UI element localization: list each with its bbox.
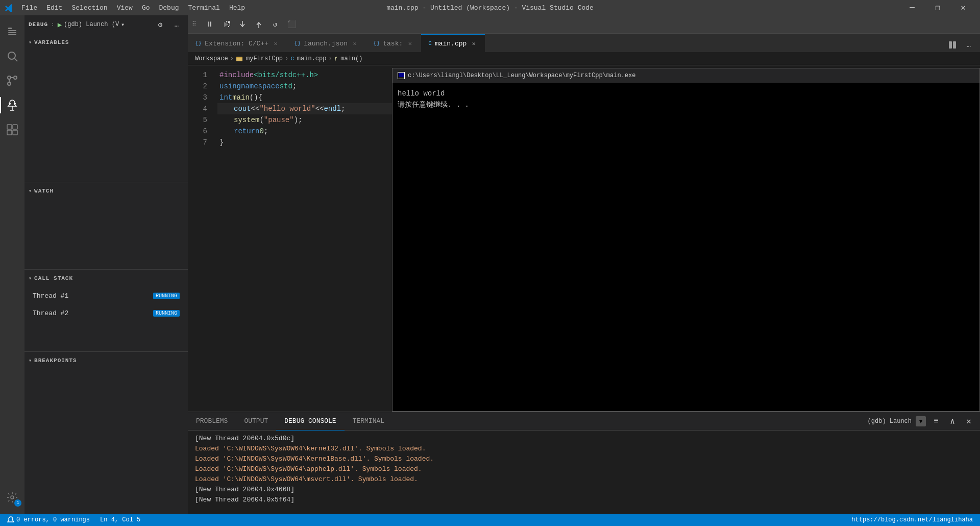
callstack-title: CALL STACK [34,275,73,281]
console-list-button[interactable]: ≡ [930,415,942,427]
breadcrumb-file-icon: C [290,56,294,62]
tab-0-close[interactable]: ✕ [272,39,280,47]
tab-main-cpp[interactable]: C main.cpp ✕ [421,34,485,52]
gdb-launch-label: (gdb) Launch [868,418,912,425]
thread-1-status: RUNNING [153,293,180,299]
stop-button[interactable]: ⬛ [284,17,299,32]
menu-debug[interactable]: Debug [155,3,183,13]
tab-icon: {} [373,40,380,46]
callstack-chevron: ▾ [29,275,32,281]
notification-badge: 1 [14,499,21,507]
svg-point-8 [8,82,11,85]
tab-3-close[interactable]: ✕ [470,39,478,47]
menu-file[interactable]: File [17,3,41,13]
main-layout: 1 DEBUG : ▶ (gdb) Launch (V ▾ ⚙ … ▾ VARI… [0,15,980,514]
activity-settings[interactable]: 1 [0,485,24,510]
editor-layout-button[interactable] [945,38,960,52]
watch-header[interactable]: ▾ WATCH [24,182,188,200]
system-func: system [234,114,259,126]
menu-help[interactable]: Help [225,3,249,13]
debug-panel-header: DEBUG : ▶ (gdb) Launch (V ▾ ⚙ … [24,15,188,34]
menu-view[interactable]: View [113,3,137,13]
console-line-6: [New Thread 20604.0x4668] [195,485,973,495]
minimize-button[interactable]: — [900,0,924,15]
tab-terminal[interactable]: TERMINAL [345,412,393,431]
breadcrumb-sep-3: › [328,55,332,62]
svg-rect-14 [13,125,17,129]
tab-problems[interactable]: PROBLEMS [188,412,236,431]
breadcrumb-maincpp[interactable]: C main.cpp [290,55,326,62]
toolbar-drag-handle[interactable]: ⠿ [192,20,197,28]
svg-point-6 [8,76,11,79]
debug-status-item[interactable]: 0 errors, 0 warnings [5,514,92,526]
ln-col-status[interactable]: Ln 4, Col 5 [98,514,142,526]
svg-rect-16 [13,130,17,135]
tab-2-close[interactable]: ✕ [406,39,414,47]
status-right: https://blog.csdn.net/lianglihaha [849,514,975,526]
console-dropdown[interactable]: ▾ [916,416,926,426]
thread-1-item[interactable]: Thread #1 RUNNING [24,287,188,304]
tab-task[interactable]: {} task: ✕ [366,34,421,52]
return-keyword: return [234,126,259,137]
sidebar: DEBUG : ▶ (gdb) Launch (V ▾ ⚙ … ▾ VARIAB… [24,15,188,514]
maximize-button[interactable]: ❐ [926,0,949,15]
step-into-button[interactable] [235,17,250,32]
tab-output[interactable]: OUTPUT [236,412,276,431]
breadcrumb-workspace[interactable]: Workspace [195,55,228,62]
blog-link-status[interactable]: https://blog.csdn.net/lianglihaha [849,514,975,526]
debug-settings-button[interactable]: ⚙ [153,17,167,32]
pause-string: "pause" [264,114,294,126]
tab-icon: {} [294,40,301,46]
breakpoints-content [24,369,188,514]
watch-chevron: ▾ [29,188,32,194]
restart-button[interactable]: ↺ [268,17,282,32]
thread-2-status: RUNNING [153,310,180,317]
terminal-window: c:\Users\liangl\Desktop\LL_Leung\Workspa… [392,68,980,412]
breadcrumb-func-icon: ƒ [334,56,338,62]
svg-rect-13 [7,125,12,129]
svg-point-7 [14,76,17,79]
panel-close-button[interactable]: ✕ [963,415,975,427]
using-keyword: using [219,81,241,92]
debug-config[interactable]: ▶ (gdb) Launch (V ▾ [58,20,125,29]
pause-button[interactable]: ⏸ [203,17,217,32]
panel-tab-right: (gdb) Launch ▾ ≡ ∧ ✕ [868,415,980,427]
cout-var: cout [234,103,251,114]
step-over-button[interactable] [219,17,233,32]
tab-icon: {} [195,40,202,46]
debug-more-button[interactable]: … [169,17,184,32]
breadcrumb-myfirstcpp[interactable]: myFirstCpp [236,55,283,62]
std-name: std [280,81,292,92]
editor-more-button[interactable]: … [962,38,976,52]
activity-explorer[interactable] [0,19,24,44]
tab-1-close[interactable]: ✕ [351,39,359,47]
status-left: 0 errors, 0 warnings Ln 4, Col 5 [5,514,142,526]
menu-terminal[interactable]: Terminal [184,3,224,13]
activity-search[interactable] [0,44,24,68]
breadcrumb-main-func[interactable]: ƒ main() [334,55,363,62]
variables-header[interactable]: ▾ VARIABLES [24,34,188,51]
terminal-window-icon [398,72,405,79]
console-line-2: Loaded 'C:\WINDOWS\SysWOW64\kernel32.dll… [195,444,973,454]
thread-2-item[interactable]: Thread #2 RUNNING [24,304,188,322]
tab-extension-cpp[interactable]: {} Extension: C/C++ ✕ [188,34,287,52]
editor-pane[interactable]: 1 2 3 4 5 6 7 #include <bits/stdc++.h> u… [188,65,980,412]
activity-extensions[interactable] [0,117,24,142]
svg-rect-15 [7,130,12,135]
panel-collapse-button[interactable]: ∧ [946,415,959,427]
terminal-line-1: hello world [398,88,974,99]
activity-source-control[interactable] [0,68,24,93]
tab-launch-json[interactable]: {} launch.json ✕ [287,34,366,52]
menu-edit[interactable]: Edit [42,3,66,13]
menu-selection[interactable]: Selection [67,3,111,13]
breakpoints-header[interactable]: ▾ BREAKPOINTS [24,352,188,369]
zero-literal: 0 [259,126,263,137]
close-button[interactable]: ✕ [951,0,975,15]
tab-debug-console[interactable]: DEBUG CONSOLE [276,412,344,431]
callstack-header[interactable]: ▾ CALL STACK [24,270,188,287]
step-out-button[interactable] [252,17,266,32]
activity-debug[interactable] [0,93,24,117]
console-line-3: Loaded 'C:\WINDOWS\SysWOW64\KernelBase.d… [195,454,973,464]
breadcrumb-sep-1: › [230,55,234,62]
menu-go[interactable]: Go [138,3,154,13]
